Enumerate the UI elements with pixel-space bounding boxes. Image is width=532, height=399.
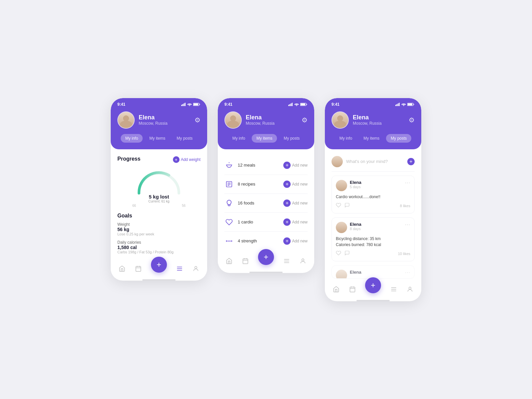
- progress-header: Progress + Add weight: [117, 156, 200, 163]
- profile-info: Elena Moscow, Russia: [139, 114, 191, 126]
- item-foods-add[interactable]: + Add new: [283, 200, 308, 207]
- nav-calendar-icon[interactable]: [135, 265, 142, 272]
- foods-icon: [224, 199, 234, 208]
- tab2-my-posts[interactable]: My posts: [279, 134, 304, 143]
- item-recipes-add[interactable]: + Add new: [283, 181, 308, 188]
- nav-home-icon-2[interactable]: [226, 258, 232, 264]
- goals-section: Goals Weight 56 kg Lose 0.25 kg per week…: [117, 213, 200, 254]
- post1-dots[interactable]: ···: [405, 180, 410, 186]
- like-icon-2[interactable]: [336, 250, 341, 257]
- post2-header: Elena 8 days ···: [336, 222, 410, 233]
- items-list: 12 meals + Add new 8 recipes: [224, 156, 308, 250]
- item-recipes-name: 8 recipes: [238, 182, 255, 187]
- svg-rect-48: [408, 103, 412, 105]
- post1-likes: 8 likes: [400, 204, 410, 208]
- post2-dots[interactable]: ···: [405, 222, 410, 228]
- nav-calendar-icon-2[interactable]: [242, 258, 249, 264]
- fab-button[interactable]: +: [151, 257, 167, 273]
- goal-calories-detail: Carbs 198g / Fat 53g / Protein 80g: [117, 250, 200, 254]
- add-strength-icon: +: [283, 237, 291, 245]
- nav-profile-icon[interactable]: [193, 265, 199, 272]
- status-time-3: 9:41: [332, 102, 339, 107]
- svg-rect-21: [307, 104, 307, 105]
- strength-icon: [224, 236, 234, 246]
- tab3-my-posts[interactable]: My posts: [386, 134, 411, 143]
- post-card-partial: Elena ···: [332, 265, 415, 279]
- like-icon-1[interactable]: [336, 202, 341, 209]
- nav-home-icon-3[interactable]: [333, 286, 339, 293]
- post2-name: Elena: [350, 222, 402, 227]
- post1-text: Cardio workout......done!!: [336, 194, 410, 200]
- status-time: 9:41: [117, 102, 125, 107]
- bowl-icon: [224, 161, 234, 170]
- avatar-2: [224, 111, 242, 129]
- tab3-my-info[interactable]: My info: [335, 134, 357, 143]
- list-item: 8 recipes + Add new: [224, 175, 308, 194]
- svg-point-57: [409, 287, 411, 289]
- wifi-icon-2: [294, 103, 299, 106]
- goal-calories: Daily calories 1,580 cal Carbs 198g / Fa…: [117, 240, 200, 254]
- tab2-my-items[interactable]: My items: [252, 134, 277, 143]
- add-weight-button[interactable]: + Add weight: [173, 156, 200, 163]
- tab-my-posts[interactable]: My posts: [172, 134, 197, 143]
- svg-rect-35: [243, 259, 248, 264]
- wifi-icon: [187, 103, 192, 106]
- post3-dots[interactable]: ···: [405, 270, 410, 276]
- nav-profile-icon-3[interactable]: [407, 286, 413, 293]
- phone-2: 9:41 Elena Moscow, Russia ⚙ My info: [218, 98, 314, 273]
- add-weight-plus-icon: +: [173, 156, 180, 163]
- post1-header: Elena 5 days ···: [336, 180, 410, 191]
- svg-rect-5: [194, 103, 198, 105]
- status-icons-3: [395, 103, 415, 106]
- tab2-my-info[interactable]: My info: [228, 134, 250, 143]
- post-card: Elena 8 days ··· Bicycling distance: 35 …: [332, 217, 415, 261]
- profile-row-3: Elena Moscow, Russia ⚙: [332, 111, 415, 129]
- battery-icon-3: [407, 103, 415, 106]
- tab3-my-items[interactable]: My items: [359, 134, 384, 143]
- settings-icon-3[interactable]: ⚙: [409, 116, 415, 124]
- tab-row: My info My items My posts: [117, 134, 200, 143]
- comment-icon-1[interactable]: [344, 202, 350, 209]
- fab-button-2[interactable]: +: [258, 249, 274, 265]
- post2-actions: [336, 250, 350, 257]
- phone3-header: 9:41 Elena Moscow, Russia ⚙ My info: [325, 98, 421, 149]
- item-cardio-left: 1 cardio: [224, 217, 253, 227]
- battery-icon: [193, 103, 200, 106]
- nav-profile-icon-2[interactable]: [300, 258, 306, 264]
- nav-list-icon[interactable]: [176, 265, 183, 272]
- item-cardio-add[interactable]: + Add new: [283, 218, 308, 226]
- phone-3: 9:41 Elena Moscow, Russia ⚙ My info: [325, 98, 421, 301]
- battery-icon-2: [300, 103, 308, 106]
- item-strength-add[interactable]: + Add new: [283, 237, 308, 245]
- bottom-nav-3: +: [325, 282, 421, 299]
- nav-home-icon[interactable]: [119, 265, 125, 272]
- post1-time: 5 days: [350, 185, 402, 189]
- svg-rect-2: [184, 103, 185, 106]
- nav-list-icon-3[interactable]: [390, 286, 397, 293]
- phone2-header: 9:41 Elena Moscow, Russia ⚙ My info: [218, 98, 314, 149]
- tab-my-items[interactable]: My items: [145, 134, 170, 143]
- settings-icon[interactable]: ⚙: [195, 116, 200, 124]
- settings-icon-2[interactable]: ⚙: [302, 116, 308, 124]
- signal-icon: [181, 103, 186, 106]
- signal-icon-3: [395, 103, 400, 106]
- comment-icon-2[interactable]: [344, 250, 350, 257]
- item-meals-add[interactable]: + Add new: [283, 162, 308, 169]
- profile-row-2: Elena Moscow, Russia ⚙: [224, 111, 308, 129]
- phones-container: 9:41 Elena Moscow, Russia ⚙ My info: [111, 98, 421, 301]
- gauge-container: 5 kg lost Current: 61 kg 66 56: [117, 167, 200, 207]
- post-add-icon[interactable]: +: [407, 158, 415, 165]
- add-foods-icon: +: [283, 200, 291, 207]
- add-strength-label: Add new: [292, 239, 308, 243]
- add-meals-icon: +: [283, 162, 291, 169]
- nav-list-icon-2[interactable]: [283, 258, 290, 264]
- signal-icon-2: [288, 103, 293, 106]
- fab-button-3[interactable]: +: [365, 277, 381, 293]
- tab-row-3: My info My items My posts: [332, 134, 415, 143]
- post1-avatar: [336, 180, 347, 191]
- svg-rect-27: [228, 204, 230, 206]
- gauge-label-right: 56: [182, 204, 186, 207]
- post-input-placeholder[interactable]: What's on your mind?: [346, 159, 404, 164]
- tab-my-info[interactable]: My info: [121, 134, 143, 143]
- nav-calendar-icon-3[interactable]: [349, 286, 356, 293]
